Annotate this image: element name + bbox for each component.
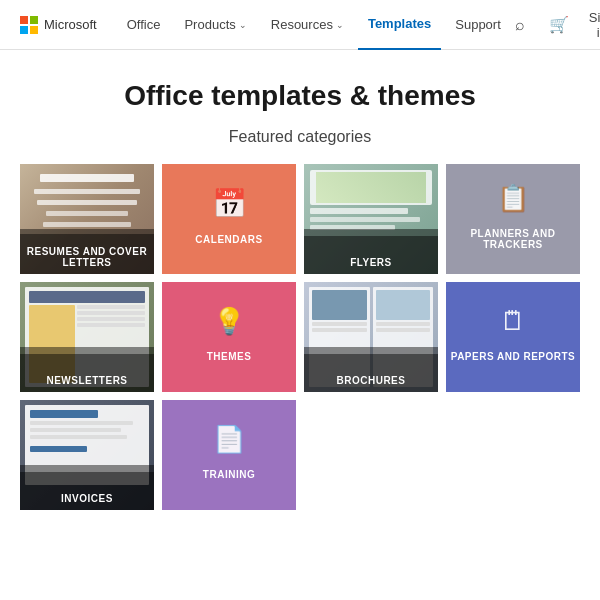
category-tile-invoices[interactable]: INVOICES	[20, 400, 154, 510]
main-content: Office templates & themes Featured categ…	[0, 50, 600, 530]
cart-button[interactable]: 🛒	[545, 11, 573, 38]
papers-icon: 🗒	[500, 306, 526, 337]
training-icon: 📄	[213, 424, 245, 455]
category-label-flyers: FLYERS	[304, 251, 438, 274]
category-label-themes: THEMES	[203, 345, 256, 368]
nav-products[interactable]: Products ⌄	[174, 0, 256, 50]
microsoft-logo[interactable]: Microsoft	[20, 16, 97, 34]
page-title: Office templates & themes	[20, 80, 580, 112]
category-tile-resumes[interactable]: RESUMES AND COVER LETTERS	[20, 164, 154, 274]
category-tile-newsletters[interactable]: NEWSLETTERS	[20, 282, 154, 392]
sign-in-button[interactable]: Sign in	[589, 10, 600, 40]
categories-grid: RESUMES AND COVER LETTERS 📅 CALENDARS	[20, 164, 580, 510]
category-tile-planners[interactable]: 📋 PLANNERS AND TRACKERS	[446, 164, 580, 274]
category-label-resumes: RESUMES AND COVER LETTERS	[20, 240, 154, 274]
logo-grid-icon	[20, 16, 38, 34]
chevron-down-icon: ⌄	[239, 20, 247, 30]
calendar-icon: 📅	[212, 187, 247, 220]
themes-icon: 💡	[213, 306, 245, 337]
search-button[interactable]: ⌕	[511, 12, 529, 38]
category-label-planners: PLANNERS AND TRACKERS	[446, 222, 580, 256]
nav-templates[interactable]: Templates	[358, 0, 441, 50]
section-title: Featured categories	[20, 128, 580, 146]
nav-support[interactable]: Support	[445, 0, 511, 50]
category-tile-papers[interactable]: 🗒 PAPERS AND REPORTS	[446, 282, 580, 392]
nav-resources[interactable]: Resources ⌄	[261, 0, 354, 50]
category-label-papers: PAPERS AND REPORTS	[447, 345, 580, 368]
category-label-invoices: INVOICES	[20, 487, 154, 510]
category-tile-calendars[interactable]: 📅 CALENDARS	[162, 164, 296, 274]
logo-text: Microsoft	[44, 17, 97, 32]
category-tile-training[interactable]: 📄 TRAINING	[162, 400, 296, 510]
chevron-down-icon: ⌄	[336, 20, 344, 30]
category-label-brochures: BROCHURES	[304, 369, 438, 392]
category-tile-themes[interactable]: 💡 THEMES	[162, 282, 296, 392]
main-nav: Office Products ⌄ Resources ⌄ Templates …	[117, 0, 511, 50]
nav-office[interactable]: Office	[117, 0, 171, 50]
category-tile-brochures[interactable]: BROCHURES	[304, 282, 438, 392]
category-tile-flyers[interactable]: FLYERS	[304, 164, 438, 274]
header-actions: ⌕ 🛒 Sign in Buy Office 365 ›	[511, 10, 600, 40]
category-label-calendars: CALENDARS	[191, 228, 266, 251]
planner-icon: 📋	[497, 183, 529, 214]
site-header: Microsoft Office Products ⌄ Resources ⌄ …	[0, 0, 600, 50]
category-label-training: TRAINING	[199, 463, 259, 486]
category-label-newsletters: NEWSLETTERS	[20, 369, 154, 392]
